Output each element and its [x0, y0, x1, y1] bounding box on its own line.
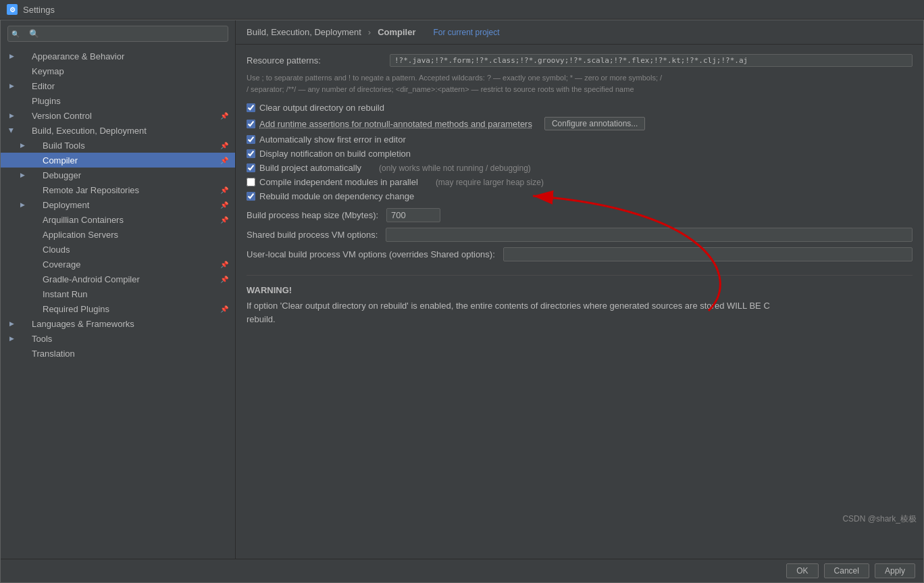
rebuild-module-label[interactable]: Rebuild module on dependency change: [259, 191, 414, 201]
content-area: Build, Execution, Deployment › Compiler …: [236, 20, 923, 559]
pin-icon: 📌: [220, 261, 228, 268]
pin-icon: 📌: [220, 276, 228, 283]
checkbox-auto-show: Automatically show first error in editor: [247, 134, 913, 145]
sidebar-item-translation[interactable]: ▶ Translation: [1, 346, 235, 361]
for-project-link[interactable]: For current project: [434, 28, 500, 37]
checkbox-display-notif: Display notification on build completion: [247, 149, 913, 159]
sidebar-item-label: Tools: [32, 334, 52, 344]
sidebar-item-instant-run[interactable]: ▶ Instant Run: [1, 286, 235, 301]
sidebar-item-label: Debugger: [43, 170, 81, 180]
folder-icon: [18, 51, 29, 61]
shared-vm-label: Shared build process VM options:: [247, 230, 378, 240]
sidebar-item-debugger[interactable]: ▶ Debugger: [1, 168, 235, 182]
heap-size-row: Build process heap size (Mbytes):: [247, 208, 913, 222]
clear-output-checkbox[interactable]: [247, 103, 255, 112]
checkbox-build-auto: Build project automatically (only works …: [247, 163, 913, 173]
compile-parallel-checkbox[interactable]: [247, 178, 255, 186]
pin-icon: 📌: [220, 112, 228, 120]
folder-icon: [18, 66, 29, 76]
page-icon: [18, 348, 29, 359]
hint-text: Use ; to separate patterns and ! to nega…: [247, 72, 913, 95]
checkbox-rebuild-module: Rebuild module on dependency change: [247, 191, 913, 201]
pin-icon: 📌: [220, 216, 228, 224]
compile-parallel-label[interactable]: Compile independent modules in parallel: [259, 177, 418, 187]
sidebar-item-label: Build Tools: [43, 141, 85, 151]
sidebar-item-clouds[interactable]: ▶ Clouds: [1, 242, 235, 257]
sidebar-item-plugins[interactable]: ▶ Plugins: [1, 93, 235, 108]
user-local-vm-row: User-local build process VM options (ove…: [247, 247, 913, 261]
sidebar-item-label: Arquillian Containers: [43, 215, 124, 225]
folder-icon: [18, 333, 29, 344]
arrow-icon: ▶: [18, 171, 26, 179]
add-runtime-checkbox[interactable]: [247, 120, 255, 128]
sidebar-item-label: Compiler: [43, 155, 78, 166]
pin-icon: 📌: [220, 305, 228, 313]
sidebar-item-label: Editor: [32, 81, 55, 91]
heap-size-label: Build process heap size (Mbytes):: [247, 210, 378, 220]
sidebar-item-lang-frameworks[interactable]: ▶ Languages & Frameworks: [1, 316, 235, 331]
build-auto-checkbox[interactable]: [247, 163, 255, 172]
arrow-icon: ▶: [7, 320, 16, 328]
auto-show-label[interactable]: Automatically show first error in editor: [259, 134, 406, 145]
page-icon: [29, 259, 40, 270]
page-icon: [29, 288, 40, 299]
pin-icon: 📌: [220, 142, 228, 149]
page-icon: [29, 244, 40, 255]
sidebar-item-build-tools[interactable]: ▶ Build Tools 📌: [1, 138, 235, 153]
clear-output-label[interactable]: Clear output directory on rebuild: [259, 103, 384, 113]
configure-annotations-button[interactable]: Configure annotations...: [544, 117, 645, 130]
bottom-bar: OK Cancel Apply: [1, 559, 923, 582]
sidebar-item-appearance[interactable]: ▶ Appearance & Behavior: [1, 49, 235, 64]
sidebar-item-vcs[interactable]: ▶ Version Control 📌: [1, 108, 235, 123]
folder-icon: [18, 110, 29, 121]
sidebar-item-label: Remote Jar Repositories: [43, 185, 139, 195]
arrow-icon: ▶: [7, 52, 16, 60]
sidebar-item-remote-jar[interactable]: ▶ Remote Jar Repositories 📌: [1, 182, 235, 197]
apply-button[interactable]: Apply: [875, 563, 915, 578]
sidebar-item-app-servers[interactable]: ▶ Application Servers: [1, 227, 235, 242]
sidebar-item-label: Translation: [32, 349, 75, 359]
build-auto-label[interactable]: Build project automatically: [259, 163, 361, 173]
sidebar-item-editor[interactable]: ▶ Editor: [1, 78, 235, 93]
shared-vm-input[interactable]: [386, 228, 913, 242]
checkbox-clear-output: Clear output directory on rebuild: [247, 103, 913, 113]
search-box: [1, 20, 235, 47]
sidebar-item-gradle-android[interactable]: ▶ Gradle-Android Compiler 📌: [1, 272, 235, 286]
warning-section: WARNING! If option 'Clear output directo…: [247, 275, 913, 326]
pin-icon: 📌: [220, 201, 228, 209]
folder-icon: [18, 125, 29, 136]
sidebar-item-deployment[interactable]: ▶ Deployment 📌: [1, 197, 235, 212]
sidebar-item-label: Build, Execution, Deployment: [32, 126, 147, 136]
auto-show-checkbox[interactable]: [247, 135, 255, 144]
sidebar-item-tools[interactable]: ▶ Tools: [1, 331, 235, 346]
warning-text: If option 'Clear output directory on reb…: [247, 299, 913, 326]
breadcrumb-separator: ›: [368, 27, 371, 37]
search-input[interactable]: [7, 26, 228, 42]
rebuild-module-checkbox[interactable]: [247, 192, 255, 201]
sidebar-item-arquillian[interactable]: ▶ Arquillian Containers 📌: [1, 212, 235, 227]
sidebar-item-label: Deployment: [43, 200, 89, 210]
compile-parallel-note: (may require larger heap size): [436, 178, 544, 187]
sidebar-item-build[interactable]: ▶ Build, Execution, Deployment: [1, 123, 235, 138]
heap-size-input[interactable]: [386, 208, 440, 222]
arrow-icon: ▶: [18, 141, 26, 149]
arrow-icon: ▶: [7, 334, 16, 343]
sidebar-item-required-plugins[interactable]: ▶ Required Plugins 📌: [1, 301, 235, 316]
build-auto-note: (only works while not running / debuggin…: [379, 163, 531, 173]
sidebar-item-compiler[interactable]: ▶ Compiler 📌: [1, 153, 235, 168]
user-local-vm-input[interactable]: [503, 247, 913, 261]
sidebar-item-coverage[interactable]: ▶ Coverage 📌: [1, 257, 235, 272]
add-runtime-label[interactable]: Add runtime assertions for notnull-annot…: [259, 119, 532, 129]
cancel-button[interactable]: Cancel: [824, 563, 869, 578]
sidebar-item-keymap[interactable]: ▶ Keymap: [1, 64, 235, 78]
folder-icon: [29, 140, 40, 151]
display-notif-label[interactable]: Display notification on build completion: [259, 149, 411, 159]
sidebar-item-label: Gradle-Android Compiler: [43, 274, 140, 284]
ok-button[interactable]: OK: [786, 563, 818, 578]
page-icon: [29, 303, 40, 314]
sidebar-item-label: Application Servers: [43, 230, 118, 240]
resource-patterns-input[interactable]: [390, 54, 913, 67]
sidebar: ▶ Appearance & Behavior ▶ Keymap ▶ Edito…: [1, 20, 236, 559]
display-notif-checkbox[interactable]: [247, 149, 255, 158]
warning-title: WARNING!: [247, 285, 913, 295]
